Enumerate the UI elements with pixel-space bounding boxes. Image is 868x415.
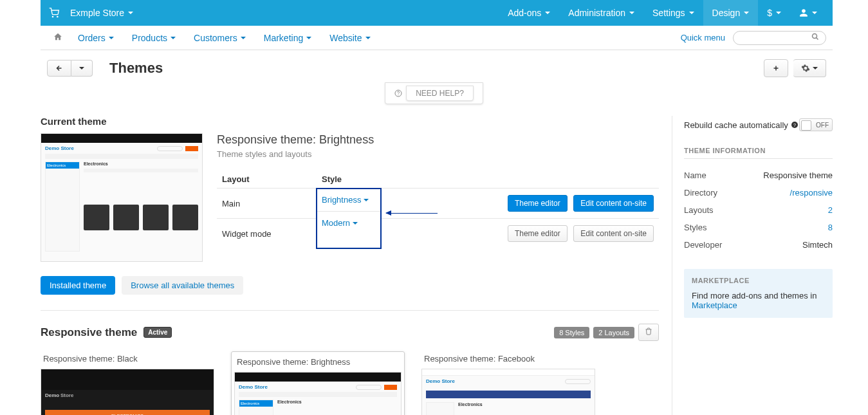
arrow-pointer	[381, 189, 439, 219]
nav-products[interactable]: Products	[123, 33, 185, 43]
style-highlight-box: Brightness Modern	[317, 189, 381, 249]
current-theme-subtitle: Theme styles and layouts	[217, 149, 659, 159]
gear-icon	[801, 64, 810, 73]
home-icon[interactable]	[47, 32, 69, 43]
svg-point-7	[398, 95, 399, 95]
theme-tabs: Installed theme Browse all available the…	[41, 276, 659, 295]
caret-down-icon	[306, 37, 311, 39]
theme-card-facebook[interactable]: Responsive theme: Facebook Demo Store El…	[421, 351, 595, 415]
arrow-left-icon	[55, 64, 63, 72]
svg-point-0	[52, 16, 53, 17]
rebuild-cache-row: Rebuild cache automatically ? OFF	[684, 118, 833, 131]
caret-down-icon	[744, 12, 749, 14]
layouts-badge: 2 Layouts	[593, 327, 634, 338]
current-theme-heading: Current theme	[41, 116, 659, 127]
sidebar: Rebuild cache automatically ? OFF THEME …	[672, 116, 833, 415]
style-dropdown-main[interactable]: Brightness	[322, 195, 376, 205]
actions-widget: Theme editor Edit content on-site	[439, 219, 659, 249]
edit-onsite-button-main[interactable]: Edit content on-site	[573, 195, 654, 212]
theme-editor-button-main[interactable]: Theme editor	[508, 195, 568, 212]
svg-text:?: ?	[793, 123, 796, 127]
gear-dropdown-button[interactable]	[793, 59, 826, 77]
theme-editor-button-widget[interactable]: Theme editor	[508, 225, 568, 242]
tab-installed[interactable]: Installed theme	[41, 276, 115, 295]
info-row-styles: Styles8	[684, 219, 833, 236]
info-row-developer: DeveloperSimtech	[684, 236, 833, 254]
actions-main: Theme editor Edit content on-site	[439, 189, 659, 219]
rebuild-cache-label: Rebuild cache automatically ?	[684, 120, 799, 130]
back-button[interactable]	[47, 60, 71, 77]
tab-browse[interactable]: Browse all available themes	[122, 276, 243, 295]
nav-orders[interactable]: Orders	[69, 33, 123, 43]
quick-menu-link[interactable]: Quick menu	[681, 33, 725, 42]
menu-administration[interactable]: Administration	[559, 0, 643, 26]
theme-card-brightness[interactable]: Responsive theme: Brightness Demo Store …	[231, 351, 405, 415]
theme-card-black[interactable]: Responsive theme: Black Demo Store ELECT…	[41, 351, 214, 415]
nav-customers[interactable]: Customers	[185, 33, 255, 43]
themes-title: Responsive theme	[41, 326, 137, 339]
styles-link[interactable]: 8	[828, 223, 833, 232]
rebuild-cache-toggle[interactable]: OFF	[799, 118, 833, 131]
marketplace-text: Find more add-ons and themes in Marketpl…	[692, 291, 825, 310]
content-area: Current theme Demo Store Electronics Ele…	[0, 104, 868, 415]
directory-link[interactable]: /responsive	[790, 188, 833, 198]
back-button-group	[47, 60, 93, 77]
search-icon	[811, 33, 819, 42]
info-row-layouts: Layouts2	[684, 201, 833, 219]
theme-cards: Responsive theme: Black Demo Store ELECT…	[41, 351, 659, 415]
caret-down-icon	[689, 12, 694, 14]
caret-down-icon	[813, 67, 818, 69]
svg-point-2	[813, 34, 817, 39]
search-input[interactable]	[733, 31, 826, 45]
title-bar-actions	[764, 59, 826, 77]
caret-down-icon	[776, 12, 781, 14]
caret-down-icon	[79, 67, 84, 69]
store-selector[interactable]: Exmple Store	[70, 8, 133, 18]
page-title: Themes	[109, 60, 163, 77]
menu-design[interactable]: Design	[703, 0, 759, 26]
edit-onsite-button-widget[interactable]: Edit content on-site	[573, 225, 654, 242]
sub-nav: Orders Products Customers Marketing Webs…	[41, 26, 833, 50]
menu-currency[interactable]: $	[758, 0, 790, 26]
menu-addons[interactable]: Add-ons	[499, 0, 559, 26]
theme-card-thumbnail: Demo Store Electronics	[421, 369, 595, 415]
theme-card-title: Responsive theme: Brightness	[234, 355, 402, 367]
top-bar: Exmple Store Add-ons Administration Sett…	[41, 0, 833, 26]
back-dropdown-button[interactable]	[71, 60, 93, 77]
main-column: Current theme Demo Store Electronics Ele…	[41, 116, 672, 415]
add-button[interactable]	[764, 59, 788, 77]
theme-card-title: Responsive theme: Black	[41, 351, 214, 364]
marketplace-link[interactable]: Marketplace	[692, 300, 737, 310]
marketplace-heading: MARKETPLACE	[692, 277, 825, 284]
help-icon[interactable]: ?	[791, 121, 799, 129]
need-help-tab[interactable]: NEED HELP?	[0, 82, 868, 104]
caret-down-icon	[109, 37, 114, 39]
caret-down-icon	[171, 37, 176, 39]
caret-down-icon	[364, 199, 369, 201]
trash-icon	[645, 327, 652, 335]
theme-card-title: Responsive theme: Facebook	[421, 351, 595, 364]
cart-icon[interactable]	[47, 6, 61, 20]
current-theme-info: Responsive theme: Brightness Theme style…	[217, 133, 659, 248]
caret-down-icon	[128, 12, 133, 14]
menu-user[interactable]	[790, 0, 826, 26]
title-bar: Themes	[41, 50, 833, 84]
caret-down-icon	[353, 222, 358, 225]
col-layout: Layout	[217, 171, 317, 189]
plus-icon	[772, 64, 780, 72]
delete-theme-button[interactable]	[638, 324, 659, 341]
top-bar-right: Add-ons Administration Settings Design $	[499, 0, 826, 26]
caret-down-icon	[812, 12, 817, 14]
col-style: Style	[317, 171, 381, 189]
current-theme-thumbnail[interactable]: Demo Store Electronics Electronics	[41, 133, 203, 262]
menu-settings[interactable]: Settings	[643, 0, 703, 26]
layouts-link[interactable]: 2	[828, 205, 833, 215]
marketplace-box: MARKETPLACE Find more add-ons and themes…	[684, 269, 833, 318]
svg-line-3	[817, 38, 818, 40]
style-dropdown-widget[interactable]: Modern	[322, 218, 376, 228]
layout-cell-main: Main	[217, 189, 317, 219]
layout-style-table: Layout Style Main Brightness Modern	[217, 171, 659, 248]
theme-info-heading: THEME INFORMATION	[684, 147, 833, 159]
nav-marketing[interactable]: Marketing	[255, 33, 320, 43]
nav-website[interactable]: Website	[320, 33, 379, 43]
